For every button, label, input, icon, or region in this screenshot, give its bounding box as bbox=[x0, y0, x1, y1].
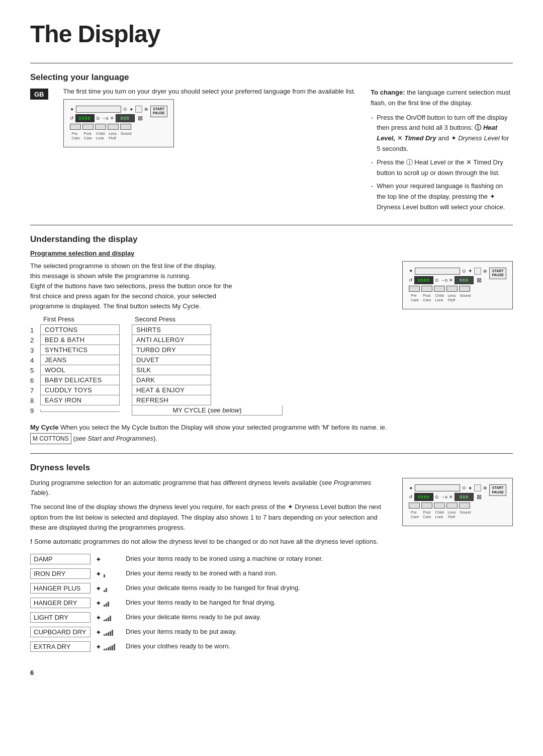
dryness-level-label: LIGHT DRY bbox=[30, 612, 90, 623]
bullet-1: Press the On/Off button to turn off the … bbox=[371, 113, 513, 154]
dryness-level-desc: Dries your delicate items ready to be pu… bbox=[126, 613, 513, 622]
col2-header: Second Press bbox=[132, 315, 211, 323]
programme-headers: First Press Second Press bbox=[30, 315, 283, 323]
dryness-intro: During programme selection for an automa… bbox=[30, 478, 387, 498]
prog-second-press: SHIRTS bbox=[132, 324, 211, 335]
language-instructions: To change: the language current selectio… bbox=[371, 88, 513, 216]
col1-header: First Press bbox=[40, 315, 120, 323]
page-number: 6 bbox=[30, 669, 513, 677]
programme-row: 2BED & BATHANTI ALLERGY bbox=[30, 335, 283, 345]
prog-number: 2 bbox=[30, 335, 40, 345]
dryness-level-label: DAMP bbox=[30, 554, 90, 564]
dryness-right: ✦ ⊙ ✦ ⊕ ↺ 8888 ⊙ →o ✕ bbox=[402, 478, 513, 537]
programme-left: The selected programme is shown on the f… bbox=[30, 261, 392, 453]
prog-first-press: CUDDLY TOYS bbox=[40, 385, 120, 395]
programme-row: 1COTTONSSHIRTS bbox=[30, 324, 283, 335]
gb-label: GB bbox=[30, 89, 48, 100]
dryness-level-label: HANGER DRY bbox=[30, 598, 90, 608]
prog-number: 8 bbox=[30, 395, 40, 405]
dryness-section: Dryness levels During programme selectio… bbox=[30, 463, 513, 654]
programme-rows: First Press Second Press 1COTTONSSHIRTS2… bbox=[30, 315, 283, 415]
prog-second-press: SILK bbox=[132, 365, 211, 375]
language-bullets: Press the On/Off button to turn off the … bbox=[371, 113, 513, 213]
display-panel-dryness: ✦ ⊙ ✦ ⊕ ↺ 8888 ⊙ →o ✕ bbox=[402, 478, 513, 526]
language-content: The first time you turn on your dryer yo… bbox=[63, 88, 513, 216]
mycycle-inline: M COTTONS bbox=[30, 433, 71, 445]
title-divider bbox=[30, 63, 513, 63]
dryness-left: During programme selection for an automa… bbox=[30, 478, 387, 537]
language-title: Selecting your language bbox=[30, 72, 513, 82]
dryness-level-row: DAMP✦Dries your items ready to be ironed… bbox=[30, 552, 513, 566]
dryness-level-label: CUPBOARD DRY bbox=[30, 627, 90, 637]
prog-second-press: ANTI ALLERGY bbox=[132, 335, 211, 345]
prog-second-press: DUVET bbox=[132, 355, 211, 365]
bullet-2: Press the ⓘ Heat Level or the ✕ Timed Dr… bbox=[371, 157, 513, 179]
programme-row: 6BABY DELICATESDARK bbox=[30, 375, 283, 385]
bar-icon bbox=[104, 614, 111, 621]
sun-icon: ✦ bbox=[96, 584, 102, 593]
section-divider-1 bbox=[30, 225, 513, 225]
programme-row: 7CUDDLY TOYSHEAT & ENJOY bbox=[30, 385, 283, 395]
dryness-level-label: EXTRA DRY bbox=[30, 641, 90, 652]
dryness-icon-area: ✦ bbox=[96, 643, 121, 651]
dryness-level-desc: Dries your delicate items ready to be ha… bbox=[126, 583, 513, 593]
dryness-level-row: IRON DRY✦Dries your items ready to be ir… bbox=[30, 566, 513, 581]
dryness-level-desc: Dries your items ready to be ironed usin… bbox=[126, 554, 513, 563]
dryness-table: DAMP✦Dries your items ready to be ironed… bbox=[30, 552, 513, 654]
bar-icon bbox=[104, 600, 109, 607]
sun-icon: ✦ bbox=[96, 599, 102, 607]
display-panel-lang: ✦ ⊙ ✦ ⊕ ↺ 8888 ⊙ →o bbox=[63, 99, 174, 147]
dryness-level-label: IRON DRY bbox=[30, 568, 90, 579]
dryness-description: The second line of the display shows the… bbox=[30, 502, 387, 532]
programme-layout: The selected programme is shown on the f… bbox=[30, 261, 513, 453]
dryness-level-row: EXTRA DRY✦Dries your clothes ready to be… bbox=[30, 639, 513, 654]
understanding-section: Understanding the display Programme sele… bbox=[30, 234, 513, 453]
language-panel-left: The first time you turn on your dryer yo… bbox=[63, 88, 356, 216]
prog-second-press: REFRESH bbox=[132, 395, 211, 405]
gb-section: GB The first time you turn on your dryer… bbox=[30, 88, 513, 216]
section-divider-2 bbox=[30, 453, 513, 454]
programme-right: ✦ ⊙ ✦ ⊕ ↺ 8888 ⊙ →o ✕ bbox=[402, 261, 513, 453]
prog-first-press: SYNTHETICS bbox=[40, 345, 120, 355]
prog-first-press: BABY DELICATES bbox=[40, 375, 120, 385]
language-intro: The first time you turn on your dryer yo… bbox=[63, 88, 356, 95]
dryness-level-desc: Dries your items ready to be ironed with… bbox=[126, 569, 513, 578]
dryness-icon-area: ✦ bbox=[96, 599, 121, 607]
to-change-text: To change: the language current selectio… bbox=[371, 88, 513, 109]
programme-row: 5WOOLSILK bbox=[30, 365, 283, 375]
bullet-3: When your required language is flashing … bbox=[371, 181, 513, 212]
dryness-icon-area: ✦ bbox=[96, 570, 121, 578]
programme-row: 4JEANSDUVET bbox=[30, 355, 283, 365]
sun-icon: ✦ bbox=[96, 628, 102, 636]
understanding-title: Understanding the display bbox=[30, 234, 513, 244]
dryness-icon-area: ✦ bbox=[96, 614, 121, 622]
prog-second-press: DARK bbox=[132, 375, 211, 385]
dryness-level-desc: Dries your clothes ready to be worn. bbox=[126, 642, 513, 651]
prog-first-press: BED & BATH bbox=[40, 335, 120, 345]
programme-row: 8EASY IRONREFRESH bbox=[30, 395, 283, 405]
prog-first-press: EASY IRON bbox=[40, 395, 120, 405]
bar-icon bbox=[104, 629, 113, 636]
programme-sub-title: Programme selection and display bbox=[30, 249, 513, 257]
mycycle-label: MY CYCLE (see below) bbox=[132, 405, 283, 415]
prog-first-press: JEANS bbox=[40, 355, 120, 365]
dryness-level-desc: Dries your items ready to be hanged for … bbox=[126, 598, 513, 607]
prog-number: 5 bbox=[30, 365, 40, 375]
dryness-title: Dryness levels bbox=[30, 463, 513, 473]
prog-number: 1 bbox=[30, 324, 40, 335]
mycycle-row: 9 MY CYCLE (see below) bbox=[30, 405, 283, 415]
mycycle-paragraph: My Cycle When you select the My Cycle bu… bbox=[30, 423, 392, 444]
dryness-level-desc: Dries your items ready to be put away. bbox=[126, 627, 513, 636]
prog-number: 6 bbox=[30, 375, 40, 385]
sun-icon: ✦ bbox=[96, 555, 102, 563]
dryness-icon-area: ✦ bbox=[96, 555, 121, 563]
sun-icon: ✦ bbox=[96, 614, 102, 622]
prog-second-press: TURBO DRY bbox=[132, 345, 211, 355]
language-section: Selecting your language GB The first tim… bbox=[30, 72, 513, 216]
programme-rows-container: 1COTTONSSHIRTS2BED & BATHANTI ALLERGY3SY… bbox=[30, 324, 283, 405]
prog-number: 3 bbox=[30, 345, 40, 355]
mycycle-first-cell bbox=[40, 409, 120, 412]
dryness-level-row: HANGER DRY✦Dries your items ready to be … bbox=[30, 596, 513, 610]
page-title: The Display bbox=[30, 20, 513, 48]
programme-row: 3SYNTHETICSTURBO DRY bbox=[30, 345, 283, 355]
